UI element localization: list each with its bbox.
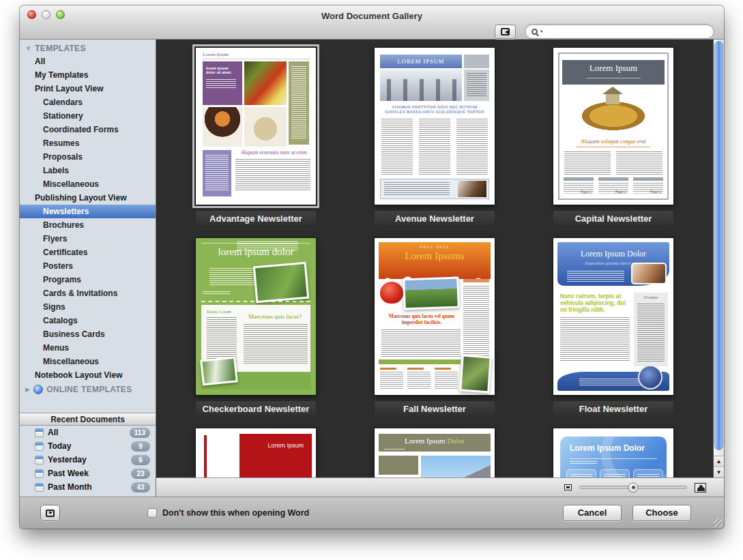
template-8-olive[interactable]: Lorem Ipsum Dolor Praesent Sapien: [375, 428, 495, 477]
mock-photo-inner: [405, 279, 457, 308]
template-thumbnail: FALL 2010 Lorem Ipsums Maecenas quis lac…: [375, 238, 495, 395]
search-input[interactable]: [543, 25, 708, 38]
sidebar-item-menus[interactable]: Menus: [20, 341, 156, 355]
mock-photo-writing: [458, 181, 486, 197]
mock-text-lines: [205, 155, 229, 192]
sidebar-item-flyers[interactable]: Flyers: [20, 232, 156, 246]
calendar-icon: [35, 483, 44, 492]
mock-photo-pasta: [244, 107, 287, 147]
mock-photo-inner: [255, 264, 307, 301]
main-column: Lorem Ipsum lorem ipsum dolor sit amet.: [156, 40, 724, 497]
sidebar-item-programs[interactable]: Programs: [20, 273, 156, 286]
mock-footer-column: [435, 368, 458, 391]
mock-photo-inner: [202, 359, 235, 384]
mock-column-text: [463, 286, 489, 365]
sidebar-item-certificates[interactable]: Certificates: [20, 246, 156, 259]
calendar-icon: [35, 469, 44, 478]
sidebar-item-calendars[interactable]: Calendars: [20, 95, 156, 109]
mock-text-lines: [203, 291, 230, 294]
scroll-up-button[interactable]: ▲: [714, 456, 724, 467]
sidebar-item-publishing-layout-view[interactable]: Publishing Layout View: [20, 191, 156, 205]
count-badge: 113: [130, 428, 150, 438]
mock-footer-column: [407, 368, 431, 391]
scrollbar-track[interactable]: [714, 40, 724, 456]
mock-text-lines: [570, 474, 592, 477]
sidebar-item-signs[interactable]: Signs: [20, 300, 156, 314]
sidebar-item-miscellaneous-print[interactable]: Miscellaneous: [20, 177, 156, 191]
mock-sub-box: [600, 469, 630, 477]
search-field[interactable]: ▾: [525, 24, 714, 39]
panel-collapse-button[interactable]: [40, 505, 60, 521]
mock-text-lines: [579, 379, 647, 387]
gallery-row-1: Lorem Ipsum lorem ipsum dolor sit amet.: [156, 48, 713, 227]
template-advantage-newsletter[interactable]: Lorem Ipsum lorem ipsum dolor sit amet.: [196, 48, 316, 227]
mock-banner-top-text: FALL 2010: [379, 245, 491, 249]
zoom-slider-thumb[interactable]: [628, 482, 639, 492]
sidebar-item-proposals[interactable]: Proposals: [20, 150, 156, 164]
recent-item-past-month[interactable]: Past Month 43: [20, 480, 156, 494]
template-7-red[interactable]: Lorem Ipsum [Date]: [196, 428, 316, 477]
mock-page-header: Lorem Ipsum: [203, 52, 229, 57]
mock-olive-box: Praesent Sapien: [379, 456, 418, 475]
sidebar-item-my-templates[interactable]: My Templates: [20, 68, 156, 82]
search-icon: [531, 29, 538, 35]
sidebar-item-stationery[interactable]: Stationery: [20, 109, 156, 123]
mock-photo-circle: [638, 365, 662, 389]
templates-section-header[interactable]: ▼ TEMPLATES: [20, 40, 156, 55]
template-fall-newsletter[interactable]: FALL 2010 Lorem Ipsums Maecenas quis lac…: [375, 238, 495, 417]
mock-page-label: Page 1: [615, 190, 626, 194]
template-checkerboard-newsletter[interactable]: lorem ipsum dolor Donec Lorem Maecenas q…: [196, 238, 316, 417]
window-resize-grip[interactable]: [714, 518, 723, 527]
sidebar-item-catalogs[interactable]: Catalogs: [20, 314, 156, 327]
recent-item-today[interactable]: Today 9: [20, 439, 156, 453]
sidebar-item-print-layout-view[interactable]: Print Layout View: [20, 82, 156, 95]
cancel-button[interactable]: Cancel: [563, 505, 622, 521]
sidebar-item-online-templates[interactable]: ▶ ONLINE TEMPLATES: [20, 382, 156, 394]
recent-item-label: All: [48, 428, 126, 437]
sidebar-item-notebook-layout-view[interactable]: Notebook Layout View: [20, 368, 156, 382]
mock-red-box: Lorem Ipsum [Date]: [239, 434, 312, 477]
recent-item-all[interactable]: All 113: [20, 426, 156, 439]
mock-rule: [384, 449, 405, 450]
mock-column-text: [616, 151, 662, 175]
mock-text-lines: [237, 241, 298, 251]
globe-icon: [33, 385, 43, 394]
recent-item-past-week[interactable]: Past Week 23: [20, 467, 156, 480]
calendar-icon: [35, 428, 44, 437]
scroll-down-button[interactable]: ▼: [714, 467, 724, 477]
template-9-blue[interactable]: Lorem Ipsum Dolor: [553, 428, 673, 477]
scrollbar-thumb[interactable]: [714, 41, 723, 450]
mock-banner-main: Lorem Ipsum: [405, 437, 446, 445]
template-caption: Advantage Newsletter: [196, 211, 316, 227]
sidebar-item-posters[interactable]: Posters: [20, 259, 156, 273]
sidebar-item-all[interactable]: All: [20, 55, 156, 68]
sidebar-item-cards-invitations[interactable]: Cards & Invitations: [20, 286, 156, 300]
zoom-slider[interactable]: [579, 486, 687, 489]
sidebar-toggle-button[interactable]: [495, 25, 516, 39]
dont-show-checkbox[interactable]: [147, 508, 157, 518]
sidebar-item-labels[interactable]: Labels: [20, 164, 156, 177]
mock-body-text: [244, 324, 308, 365]
mock-photo-inner: [461, 357, 489, 392]
sidebar-item-coordinated-forms[interactable]: Coordinated Forms: [20, 123, 156, 136]
template-float-newsletter[interactable]: Lorem Ipsum Dolor Suspendisse gravida ni…: [553, 238, 673, 417]
recent-item-yesterday[interactable]: Yesterday 6: [20, 453, 156, 467]
choose-button[interactable]: Choose: [632, 505, 691, 521]
sidebar-item-newsletters[interactable]: Newsletters: [20, 205, 156, 218]
sidebar-item-miscellaneous-publishing[interactable]: Miscellaneous: [20, 355, 156, 368]
mock-photo-peppers: [244, 61, 287, 105]
sidebar-item-resumes[interactable]: Resumes: [20, 136, 156, 150]
mock-photo-person: [253, 262, 309, 304]
count-badge: 23: [131, 469, 150, 479]
template-capital-newsletter[interactable]: Lorem Ipsum Aliquam volutpat congue erat: [553, 48, 673, 227]
toolbar-right: ▾: [495, 24, 714, 39]
count-badge: 6: [131, 455, 150, 465]
template-avenue-newsletter[interactable]: LOREM IPSUM VIVAMUS PORTTITOR ODIO NEC R…: [375, 48, 495, 227]
template-caption: Checkerboard Newsletter: [196, 401, 316, 417]
gallery-row-2: lorem ipsum dolor Donec Lorem Maecenas q…: [156, 238, 713, 417]
sidebar-item-business-cards[interactable]: Business Cards: [20, 327, 156, 341]
dialog-buttons: Cancel Choose: [563, 505, 691, 521]
sidebar-item-brochures[interactable]: Brochures: [20, 218, 156, 232]
mock-house-body: [606, 94, 620, 104]
vertical-scrollbar[interactable]: ▲ ▼: [713, 40, 724, 477]
